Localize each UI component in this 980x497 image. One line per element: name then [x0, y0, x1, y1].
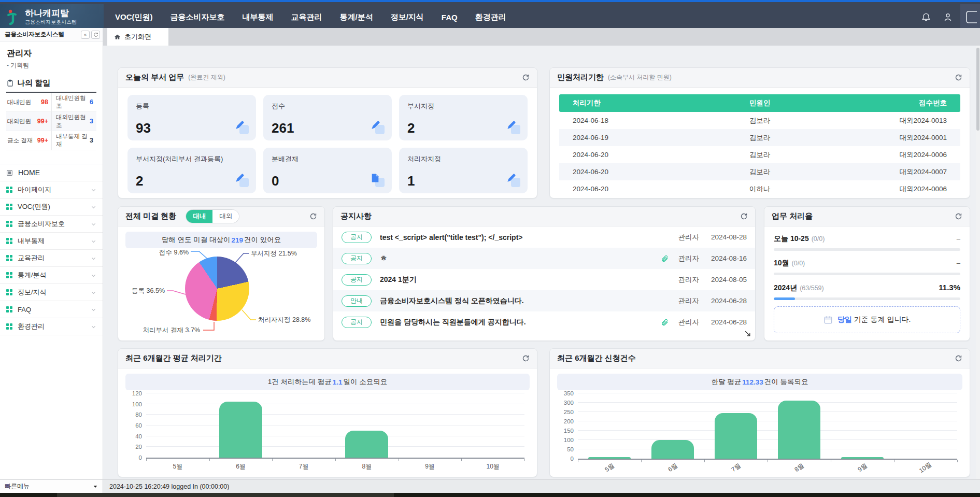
x-axis-label: 7월 — [299, 463, 309, 470]
table-row[interactable]: 2024-06-20김보라대외2024-0006 — [559, 146, 960, 163]
scrollbar[interactable] — [976, 46, 980, 479]
bar[interactable] — [651, 440, 694, 459]
notice-row[interactable]: 공지 2024 1분기 관리자 2024-08-05 — [333, 269, 755, 290]
x-axis-label: 10월 — [918, 460, 934, 475]
nav-environment[interactable]: 환경관리 — [475, 12, 506, 22]
top-navbar: 하나캐피탈 금융소비자보호시스템 VOC(민원) 금융소비자보호 내부통제 교육… — [0, 0, 980, 28]
refresh-icon[interactable] — [740, 212, 748, 220]
refresh-icon[interactable] — [955, 74, 962, 81]
bar[interactable] — [345, 431, 388, 458]
todo-item[interactable]: 대외민원 99+ — [6, 112, 51, 131]
progress-bar — [774, 297, 960, 300]
nav-internal-control[interactable]: 내부통제 — [243, 12, 274, 22]
table-row[interactable]: 2024-06-18김보라대외2024-0013 — [559, 112, 960, 129]
rate-value: 11.3% — [939, 283, 960, 292]
stat-card-assign-handler[interactable]: 처리자지정 1 — [399, 148, 528, 193]
rate-value: – — [957, 235, 960, 243]
panel-title: 오늘의 부서 업무 — [125, 73, 184, 82]
refresh-icon[interactable] — [955, 354, 962, 362]
bar[interactable] — [219, 402, 262, 458]
stat-card-assign-dept[interactable]: 부서지정 2 — [399, 95, 528, 140]
y-axis-tick: 300 — [558, 400, 574, 406]
side-panel-strip — [960, 4, 980, 30]
user-role: 관리자 — [7, 48, 96, 59]
scrollbar-thumb[interactable] — [976, 48, 979, 131]
sidebar-item-environment[interactable]: 환경관리 — [0, 318, 103, 335]
pending-pie-chart[interactable] — [185, 257, 249, 321]
bar[interactable] — [778, 401, 821, 459]
sidebar-item-mypage[interactable]: 마이페이지 — [0, 181, 103, 198]
quick-menu-select[interactable]: 빠른메뉴 — [0, 480, 103, 493]
sidebar-item-information[interactable]: 정보/지식 — [0, 284, 103, 301]
clipboard-icon — [6, 79, 14, 87]
panel-today-tasks: 오늘의 부서 업무 (완료건 제외) 등록 93 접수 261 — [118, 67, 537, 198]
stat-card-distribution-approval[interactable]: 분배결재 0 — [263, 148, 392, 193]
bar[interactable] — [715, 413, 758, 459]
chevron-down-icon — [91, 238, 96, 244]
sidebar-item-home[interactable]: HOME — [0, 164, 103, 181]
rate-row-year: 2024년 (63/559) 11.3% — [774, 283, 960, 300]
stat-card-receive[interactable]: 접수 261 — [263, 95, 392, 140]
tab-home-screen[interactable]: 초기화면 — [107, 28, 168, 46]
y-axis-tick: 150 — [558, 428, 574, 434]
sidebar-item-education[interactable]: 교육관리 — [0, 250, 103, 267]
table-row[interactable]: 2024-06-20이하나대외2024-0006 — [559, 180, 960, 197]
todo-item[interactable]: 대내민원 98 — [6, 93, 51, 112]
toggle-external[interactable]: 대외 — [212, 210, 239, 223]
pencil-icon — [235, 173, 249, 187]
nav-education[interactable]: 교육관리 — [291, 12, 322, 22]
bell-icon[interactable] — [921, 12, 931, 22]
sidebar-item-statistics[interactable]: 통계/분석 — [0, 267, 103, 284]
refresh-icon[interactable] — [309, 212, 317, 220]
toggle-internal[interactable]: 대내 — [186, 210, 212, 223]
sidebar-item-consumer-protection[interactable]: 금융소비자보호 — [0, 216, 103, 233]
grid-icon — [6, 238, 12, 244]
y-axis-tick: 120 — [126, 390, 142, 396]
y-axis-tick: 60 — [126, 422, 142, 429]
refresh-icon[interactable] — [522, 354, 530, 362]
sidebar-item-voc[interactable]: VOC(민원) — [0, 198, 103, 216]
rate-footer-note[interactable]: 당일 기준 통계 입니다. — [774, 306, 960, 333]
notice-badge: 공지 — [342, 253, 372, 264]
todo-item[interactable]: 대내민원협조 6 — [51, 93, 96, 112]
grid-icon — [6, 272, 12, 278]
monthly-requests-bar-chart[interactable]: 050100150200250300350 5월6월7월8월9월10월 — [559, 394, 960, 472]
scope-toggle: 대내 대외 — [186, 209, 239, 223]
notice-row[interactable]: 안내 금융소비자보호시스템 정식 오픈하였습니다. 관리자 2024-06-28 — [333, 290, 755, 311]
y-axis-tick: 250 — [558, 409, 574, 415]
refresh-icon — [93, 32, 98, 37]
notice-row[interactable]: 공지 ㅎ 관리자 2024-08-16 — [333, 248, 755, 269]
notice-row[interactable]: 공지 민원을 담당하시는 직원분들에게 공지합니다. 관리자 2024-06-2… — [333, 311, 755, 333]
home-icon — [114, 34, 121, 40]
refresh-icon[interactable] — [955, 212, 962, 220]
todo-item[interactable]: 대외민원협조 3 — [51, 112, 96, 131]
notice-list: 공지 test <_script> alert("title test"); <… — [333, 226, 755, 333]
grid-icon — [6, 323, 12, 330]
todo-item[interactable]: 내부통제 결재 3 — [51, 131, 96, 150]
y-axis-tick: 0 — [126, 455, 142, 461]
sidebar-refresh-button[interactable] — [91, 31, 100, 39]
panel-toggle-icon[interactable] — [965, 10, 977, 24]
nav-faq[interactable]: FAQ — [442, 13, 458, 22]
sidebar-item-faq[interactable]: FAQ — [0, 301, 103, 318]
bar[interactable] — [841, 457, 884, 459]
logo[interactable]: 하나캐피탈 금융소비자보호시스템 — [0, 4, 104, 30]
refresh-icon[interactable] — [522, 74, 530, 81]
grid-icon — [6, 204, 12, 210]
notice-row[interactable]: 공지 test <_script> alert("title test"); <… — [333, 226, 755, 248]
bar[interactable] — [588, 457, 631, 459]
table-row[interactable]: 2024-06-19김보라대외2024-0001 — [559, 129, 960, 146]
avg-processing-bar-chart[interactable]: 020406080100120 5월6월7월8월9월10월 — [127, 394, 528, 471]
sidebar-item-internal-control[interactable]: 내부통제 — [0, 233, 103, 250]
nav-information[interactable]: 정보/지식 — [391, 12, 424, 22]
nav-statistics[interactable]: 통계/분석 — [340, 12, 373, 22]
panel-avg-processing-time: 최근 6개월간 평균 처리기간 1건 처리하는데 평균 1.1일이 소요되요 0… — [118, 348, 537, 477]
nav-voc[interactable]: VOC(민원) — [115, 12, 153, 22]
nav-consumer-protection[interactable]: 금융소비자보호 — [171, 12, 225, 22]
table-row[interactable]: 2024-06-20김보라대외2024-0007 — [559, 163, 960, 180]
todo-item[interactable]: 금소 결재 99+ — [6, 131, 51, 150]
stat-card-register[interactable]: 등록 93 — [127, 95, 256, 140]
stat-card-assign-dept-result[interactable]: 부서지정(처리부서 결과등록) 2 — [127, 148, 256, 193]
user-icon[interactable] — [943, 12, 953, 22]
sidebar-collapse-button[interactable]: « — [81, 31, 90, 39]
